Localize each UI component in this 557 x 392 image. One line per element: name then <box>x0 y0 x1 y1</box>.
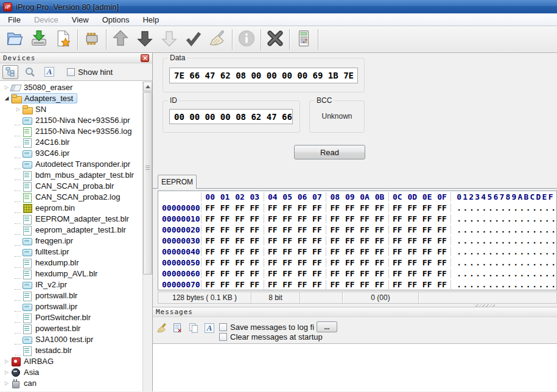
hex-byte-cell[interactable]: FF <box>217 236 232 245</box>
hex-byte-cell[interactable]: FF <box>390 203 405 212</box>
hex-byte-cell[interactable]: FF <box>405 280 419 289</box>
hex-byte-cell[interactable]: FF <box>357 258 372 267</box>
hex-byte-cell[interactable]: FF <box>372 225 387 234</box>
hex-byte-cell[interactable]: FF <box>343 225 357 234</box>
hex-byte-cell[interactable]: FF <box>295 258 309 267</box>
hex-byte-cell[interactable]: FF <box>419 247 434 256</box>
hex-byte-cell[interactable]: FF <box>419 258 434 267</box>
hex-byte-cell[interactable]: FF <box>310 247 324 256</box>
hex-byte-cell[interactable]: FF <box>328 247 342 256</box>
hex-byte-cell[interactable]: FF <box>280 280 295 289</box>
save-messages-button[interactable] <box>171 322 184 334</box>
expand-arrow-icon[interactable]: ▷ <box>14 107 23 112</box>
show-hint-checkbox[interactable] <box>67 68 75 76</box>
hex-byte-cell[interactable]: FF <box>435 225 449 234</box>
hex-byte-cell[interactable]: FF <box>295 236 309 245</box>
clean-brush-button[interactable] <box>206 28 230 51</box>
hex-byte-cell[interactable]: FF <box>390 247 405 256</box>
hex-byte-cell[interactable]: FF <box>247 225 262 234</box>
hex-byte-cell[interactable]: FF <box>372 258 387 267</box>
hex-byte-cell[interactable]: FF <box>357 214 372 223</box>
hex-byte-cell[interactable]: FF <box>435 203 449 212</box>
hex-byte-cell[interactable]: FF <box>372 214 387 223</box>
calculator-button[interactable] <box>292 28 316 51</box>
hex-byte-cell[interactable]: FF <box>295 280 309 289</box>
tree-item-93c46-ipr[interactable]: 93C46.ipr <box>0 147 142 158</box>
hex-byte-cell[interactable]: FF <box>419 236 434 245</box>
hex-byte-cell[interactable]: FF <box>328 214 342 223</box>
hex-byte-cell[interactable]: FF <box>233 280 247 289</box>
hex-byte-cell[interactable]: FF <box>265 280 280 289</box>
hex-byte-cell[interactable]: FF <box>405 225 419 234</box>
expand-arrow-icon[interactable]: ▷ <box>2 391 11 392</box>
hex-byte-cell[interactable]: FF <box>233 258 247 267</box>
tree-item-portswitcher-blr[interactable]: PortSwitcher.blr <box>0 312 142 323</box>
hex-byte-cell[interactable]: FF <box>390 214 405 223</box>
hex-byte-cell[interactable]: FF <box>390 280 405 289</box>
tree-item-car[interactable]: ▷CAR <box>0 388 142 391</box>
write-device-button[interactable] <box>27 28 51 51</box>
arrow-down-button[interactable] <box>133 28 157 51</box>
hex-byte-cell[interactable]: FF <box>419 225 434 234</box>
hex-byte-cell[interactable]: FF <box>419 214 434 223</box>
hex-byte-cell[interactable]: FF <box>405 203 419 212</box>
hex-byte-cell[interactable]: FF <box>343 280 357 289</box>
hex-byte-cell[interactable]: FF <box>405 236 419 245</box>
tree-item-21150-niva-nec-93s56-log[interactable]: 21150-Niva Nec+93S56.log <box>0 125 142 136</box>
hex-byte-cell[interactable]: FF <box>233 247 247 256</box>
hex-byte-cell[interactable]: FF <box>390 225 405 234</box>
chip-select-button[interactable] <box>80 28 104 51</box>
hex-byte-cell[interactable]: FF <box>328 280 342 289</box>
hex-byte-cell[interactable]: FF <box>203 225 217 234</box>
search-button[interactable] <box>22 65 38 79</box>
hex-byte-cell[interactable]: FF <box>357 225 372 234</box>
hex-byte-cell[interactable]: FF <box>310 269 324 278</box>
verify-check-button[interactable] <box>181 28 206 51</box>
tree-item-can[interactable]: ▷can <box>0 377 142 388</box>
read-button[interactable]: Read <box>294 145 365 159</box>
hex-byte-cell[interactable]: FF <box>328 258 342 267</box>
hex-byte-cell[interactable]: FF <box>295 214 309 223</box>
hex-byte-cell[interactable]: FF <box>310 214 324 223</box>
arrow-up-button[interactable] <box>108 28 133 51</box>
hex-byte-cell[interactable]: FF <box>233 225 247 234</box>
tree-item-sn[interactable]: ▷SN <box>0 103 142 114</box>
hex-byte-cell[interactable]: FF <box>419 203 434 212</box>
hex-byte-cell[interactable]: FF <box>372 269 387 278</box>
menu-file[interactable]: File <box>1 14 27 26</box>
hex-byte-cell[interactable]: FF <box>390 258 405 267</box>
hex-byte-cell[interactable]: FF <box>203 214 217 223</box>
hex-byte-cell[interactable]: FF <box>357 247 372 256</box>
tree-item-testadc-blr[interactable]: testadc.blr <box>0 345 142 355</box>
hex-byte-cell[interactable]: FF <box>247 280 262 289</box>
id-hex-input[interactable] <box>169 109 293 124</box>
hex-byte-cell[interactable]: FF <box>343 269 357 278</box>
new-file-button[interactable] <box>51 28 75 51</box>
hex-byte-cell[interactable]: FF <box>435 214 449 223</box>
hex-byte-cell[interactable]: FF <box>203 258 217 267</box>
menu-view[interactable]: View <box>65 14 96 26</box>
tree-item-hexdump-blr[interactable]: hexdump.blr <box>0 257 142 268</box>
hex-byte-cell[interactable]: FF <box>435 247 449 256</box>
menu-help[interactable]: Help <box>136 14 166 26</box>
hex-byte-cell[interactable]: FF <box>203 203 217 212</box>
hex-byte-cell[interactable]: FF <box>233 203 247 212</box>
arrow-down-disabled-button[interactable] <box>157 28 181 51</box>
hex-byte-cell[interactable]: FF <box>310 280 324 289</box>
tree-item-can-scan-proba-blr[interactable]: CAN_SCAN_proba.blr <box>0 180 142 191</box>
hex-byte-cell[interactable]: FF <box>217 203 232 212</box>
title-bar[interactable]: iP iProg Pro. Version 80 [admin] <box>0 0 557 13</box>
hex-byte-cell[interactable]: FF <box>372 247 387 256</box>
tree-item-sja1000-test-ipr[interactable]: SJA1000 test.ipr <box>0 334 142 345</box>
messages-log-area[interactable] <box>153 343 557 391</box>
hex-byte-cell[interactable]: FF <box>265 225 280 234</box>
tab-eeprom[interactable]: EEPROM <box>158 175 197 189</box>
hex-byte-cell[interactable]: FF <box>280 203 295 212</box>
hex-byte-cell[interactable]: FF <box>419 280 434 289</box>
hex-byte-cell[interactable]: FF <box>372 236 387 245</box>
hex-byte-cell[interactable]: FF <box>295 269 309 278</box>
hex-byte-cell[interactable]: FF <box>310 225 324 234</box>
save-log-checkbox[interactable] <box>219 323 227 331</box>
hex-byte-cell[interactable]: FF <box>328 236 342 245</box>
hex-byte-cell[interactable]: FF <box>295 225 309 234</box>
